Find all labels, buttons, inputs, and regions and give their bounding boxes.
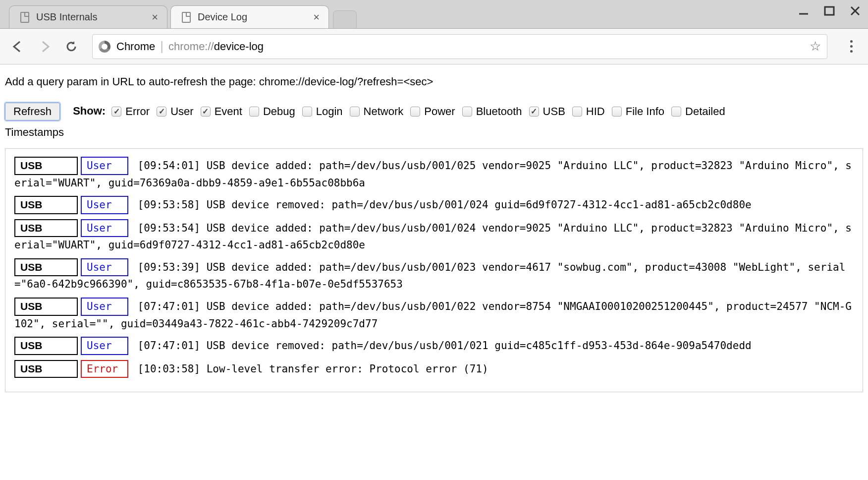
filter-label: USB: [543, 101, 565, 122]
log-message: [09:53:58] USB device removed: path=/dev…: [131, 199, 752, 211]
filter-checkbox-login[interactable]: Login: [302, 101, 343, 122]
detailed-timestamps-label: Timestamps: [5, 121, 863, 143]
filter-checkbox-hid[interactable]: HID: [572, 101, 605, 122]
checkbox-icon: [111, 107, 121, 117]
checkbox-icon: [572, 107, 582, 117]
reload-button[interactable]: [60, 36, 82, 58]
omnibox-separator: |: [160, 39, 163, 54]
log-entry: USBUser [09:53:58] USB device removed: p…: [14, 196, 854, 214]
log-message: [10:03:58] Low-level transfer error: Pro…: [131, 363, 488, 375]
filter-label: Event: [215, 101, 242, 122]
log-message: [09:54:01] USB device added: path=/dev/b…: [14, 160, 852, 189]
window-minimize-icon[interactable]: [798, 5, 810, 17]
filter-label: Bluetooth: [476, 101, 522, 122]
browser-tab-device-log[interactable]: Device Log ×: [170, 5, 329, 28]
log-controls: Refresh Show: ErrorUserEventDebugLoginNe…: [5, 100, 863, 143]
svg-rect-1: [825, 7, 834, 15]
refresh-button[interactable]: Refresh: [5, 103, 60, 120]
chrome-icon: [99, 41, 110, 53]
tab-title: USB Internals: [36, 11, 145, 23]
filter-label: User: [170, 101, 193, 122]
checkbox-icon: [249, 107, 259, 117]
log-level-badge: User: [81, 337, 128, 355]
log-message: [07:47:01] USB device added: path=/dev/b…: [14, 300, 852, 330]
filter-checkbox-debug[interactable]: Debug: [249, 101, 295, 122]
address-bar[interactable]: Chrome | chrome://device-log ☆: [92, 34, 827, 59]
close-tab-icon[interactable]: ×: [313, 12, 320, 23]
url-path: device-log: [214, 40, 264, 53]
page-content: Add a query param in URL to auto-refresh…: [0, 64, 868, 397]
filter-label: Power: [424, 101, 455, 122]
close-tab-icon[interactable]: ×: [152, 12, 158, 23]
filter-checkbox-bluetooth[interactable]: Bluetooth: [462, 101, 522, 122]
log-message: [07:47:01] USB device removed: path=/dev…: [131, 340, 752, 352]
log-type-badge: USB: [14, 219, 78, 238]
filter-checkbox-event[interactable]: Event: [201, 101, 242, 122]
log-level-badge: Error: [81, 360, 128, 378]
log-type-badge: USB: [14, 298, 78, 316]
log-entry: USBUser [09:53:54] USB device added: pat…: [14, 219, 854, 253]
log-level-badge: User: [81, 298, 128, 316]
checkbox-icon: [671, 107, 681, 117]
log-entry: USBError [10:03:58] Low-level transfer e…: [14, 360, 854, 378]
filter-checkbox-detailed[interactable]: Detailed: [671, 101, 725, 122]
browser-tabstrip: USB Internals × Device Log ×: [0, 0, 868, 29]
log-panel: USBUser [09:54:01] USB device added: pat…: [5, 148, 863, 392]
log-level-badge: User: [81, 157, 128, 175]
checkbox-icon: [612, 107, 622, 117]
browser-toolbar: Chrome | chrome://device-log ☆: [0, 29, 868, 64]
filter-label: File Info: [626, 101, 664, 122]
new-tab-button[interactable]: [333, 10, 357, 28]
checkbox-icon: [410, 107, 420, 117]
checkbox-icon: [462, 107, 472, 117]
log-entry: USBUser [09:53:39] USB device added: pat…: [14, 258, 854, 293]
browser-menu-button[interactable]: [841, 36, 861, 58]
filter-label: HID: [586, 101, 605, 122]
forward-button[interactable]: [34, 36, 55, 58]
log-entry: USBUser [07:47:01] USB device removed: p…: [14, 337, 854, 355]
browser-tab-usb-internals[interactable]: USB Internals ×: [9, 5, 167, 28]
filter-label: Detailed: [685, 101, 725, 122]
filter-checkbox-error[interactable]: Error: [111, 101, 150, 122]
show-label: Show:: [73, 105, 106, 117]
filter-checkbox-user[interactable]: User: [157, 101, 193, 122]
log-type-badge: USB: [14, 337, 78, 355]
window-close-icon[interactable]: [849, 5, 861, 17]
url-host: chrome://: [168, 40, 214, 53]
log-entry: USBUser [07:47:01] USB device added: pat…: [14, 298, 854, 332]
log-type-badge: USB: [14, 196, 78, 214]
url-scheme-label: Chrome: [116, 40, 155, 53]
tab-title: Device Log: [198, 11, 306, 23]
log-type-badge: USB: [14, 360, 78, 378]
page-icon: [182, 12, 191, 23]
checkbox-icon: [201, 107, 211, 117]
log-message: [09:53:39] USB device added: path=/dev/b…: [14, 261, 845, 291]
filter-checkbox-usb[interactable]: USB: [529, 101, 565, 122]
window-controls: [798, 5, 861, 17]
auto-refresh-hint: Add a query param in URL to auto-refresh…: [5, 75, 863, 88]
checkbox-icon: [529, 107, 539, 117]
log-type-badge: USB: [14, 258, 78, 277]
checkbox-icon: [157, 107, 166, 117]
log-message: [09:53:54] USB device added: path=/dev/b…: [14, 222, 852, 251]
checkbox-icon: [302, 107, 312, 117]
filter-label: Login: [316, 101, 343, 122]
log-type-badge: USB: [14, 157, 78, 175]
log-level-badge: User: [81, 219, 128, 238]
checkbox-icon: [350, 107, 360, 117]
log-level-badge: User: [81, 258, 128, 277]
log-level-badge: User: [81, 196, 128, 214]
log-entry: USBUser [09:54:01] USB device added: pat…: [14, 157, 854, 191]
filter-checkbox-file-info[interactable]: File Info: [612, 101, 664, 122]
page-icon: [20, 12, 29, 23]
back-button[interactable]: [7, 36, 29, 58]
bookmark-star-icon[interactable]: ☆: [810, 39, 821, 54]
filter-label: Network: [364, 101, 404, 122]
filter-checkbox-power[interactable]: Power: [410, 101, 455, 122]
filter-label: Debug: [263, 101, 295, 122]
filter-label: Error: [125, 101, 150, 122]
window-maximize-icon[interactable]: [823, 5, 835, 17]
filter-checkbox-network[interactable]: Network: [350, 101, 404, 122]
